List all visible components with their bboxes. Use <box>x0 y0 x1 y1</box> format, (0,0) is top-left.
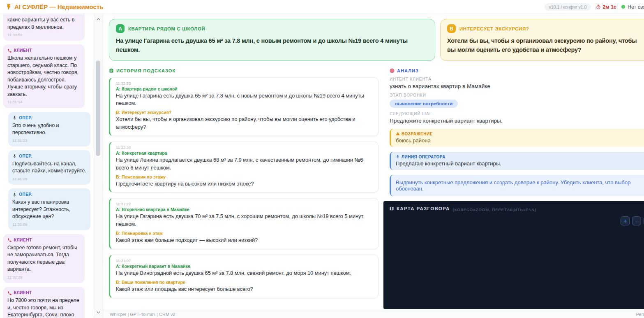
analysis-title: АНАЛИЗ <box>397 68 419 73</box>
operator-line-text: Предлагаю конкретный вариант квартиры. <box>396 160 644 167</box>
app-window: AI СУФЛЁР — Недвижимость v10.1 / конфиг … <box>0 0 644 318</box>
hint-b-title: В: Пожелания по этажу <box>116 174 372 179</box>
chat-message-client: КЛИЕНТ Скорее готово ремонт, чтобы не за… <box>3 234 85 283</box>
suggestion-b-badge: B <box>447 24 456 33</box>
clipboard-icon <box>109 68 114 73</box>
hint-b-text: Какой этаж или площадь вас интересует бо… <box>116 286 372 293</box>
app-brand: AI СУФЛЁР — Недвижимость <box>6 3 103 10</box>
suggestion-card-b[interactable]: B ИНТЕРЕСУЕТ ЭКСКУРСИЯ? Хотели бы вы, чт… <box>440 19 644 61</box>
footer-right-label: Реплик <box>636 312 644 317</box>
objection-box: ВОЗРАЖЕНИЕ боюсь района <box>390 129 644 147</box>
hint-a-text: На улице Гагарина есть двушка 65 м² за 7… <box>116 92 372 108</box>
tech-stack-label: Whisper | GPT-4o-mini | CRM v2 <box>110 312 175 317</box>
suggestion-a-text: На улице Гагарина есть двушка 65 м² за 7… <box>116 37 428 55</box>
operator-line-label: ЛИНИЯ ОПЕРАТОРА <box>396 155 644 159</box>
call-timer: 2м 1с <box>596 4 616 10</box>
version-badge: v10.1 / конфиг v1.0 <box>545 3 591 11</box>
next-step-label: СЛЕДУЮЩИЙ ШАГ <box>390 111 644 116</box>
scrollbar-thumb[interactable] <box>96 60 100 156</box>
message-text: Какая у вас планировка интересует? Этажн… <box>12 199 86 221</box>
map-controls: + − <box>383 216 644 225</box>
map-icon <box>389 206 394 211</box>
suggestion-b-text: Хотели бы вы, чтобы я организовал экскур… <box>447 37 644 55</box>
map-hint: (КОЛЕСО=ZOOM, ПЕРЕТАЩИТЬ=PAN) <box>453 207 537 212</box>
chat-message-operator: ОПЕР. Какая у вас планировка интересует?… <box>8 188 90 230</box>
hint-b-title: В: Интересует экскурсия? <box>116 110 372 115</box>
suggestion-a-badge: A <box>116 24 125 33</box>
chat-message-client: какие варианты у вас есть в пределах 8 м… <box>3 14 85 41</box>
message-time: 11:31:23 <box>12 138 86 143</box>
hint-b-text: Предпочитаете квартиру на высоком или ни… <box>116 180 372 188</box>
map-title: КАРТА РАЗГОВОРА <box>389 206 450 211</box>
mic-icon <box>12 116 17 120</box>
hint-time: 11:31:07 <box>116 258 372 263</box>
operator-line-box: ЛИНИЯ ОПЕРАТОРА Предлагаю конкретный вар… <box>390 152 644 170</box>
intent-label: ИНТЕНТ КЛИЕНТА <box>390 77 644 81</box>
call-timer-value: 2м 1с <box>602 4 616 10</box>
analysis-header: АНАЛИЗ <box>390 68 644 73</box>
suggestion-b-title: ИНТЕРЕСУЕТ ЭКСКУРСИЯ? <box>459 26 529 31</box>
chevron-up-icon[interactable] <box>94 14 103 24</box>
hint-b-text: Хотели бы вы, чтобы я организовал экскур… <box>116 116 372 131</box>
message-text: Это очень удобно и перспективно. <box>12 122 86 137</box>
chevron-down-icon[interactable] <box>94 307 103 317</box>
brain-icon <box>390 68 395 73</box>
connection-status-label: Нет связи <box>628 4 644 10</box>
chat-message-client: КЛИЕНТ Но 7800 это почти на пределе и, ч… <box>3 287 85 318</box>
message-time: 11:32:29 <box>7 274 81 280</box>
hint-time: 11:32:53 <box>116 81 372 86</box>
transcript-scrollbar[interactable] <box>94 14 103 318</box>
hint-b-text: Какой этаж вам больше подходит — высокий… <box>116 237 372 244</box>
hint-b-title: В: Планировка и этаж <box>116 231 372 236</box>
message-time: 11:32:09 <box>12 222 86 227</box>
chat-message-client: КЛИЕНТ Школа желательно пешком у старшег… <box>3 44 85 108</box>
hint-time: 11:32:39 <box>116 145 372 150</box>
phone-icon <box>7 291 12 295</box>
message-role-label: КЛИЕНТ <box>14 48 32 53</box>
status-dot <box>621 5 625 9</box>
message-role-label: ОПЕР. <box>19 115 32 121</box>
hint-a-text: На улице Ленина предлагается двушка 68 м… <box>116 156 372 172</box>
message-text: Но 7800 это почти на пределе и, честно г… <box>7 297 81 318</box>
mic-icon <box>12 193 17 197</box>
objection-text: боюсь района <box>396 137 644 144</box>
message-role-label: КЛИЕНТ <box>14 290 32 296</box>
hint-history-item[interactable]: 11:31:22 А: Вторичная квартира в Мамайке… <box>109 198 379 249</box>
hint-history-item[interactable]: 11:32:39 А: Конкретная квартира На улице… <box>109 142 379 193</box>
message-role-label: ОПЕР. <box>19 153 32 159</box>
transcript-sidebar: какие варианты у вас есть в пределах 8 м… <box>0 14 94 318</box>
bolt-icon <box>6 4 12 10</box>
map-header: КАРТА РАЗГОВОРА (КОЛЕСО=ZOOM, ПЕРЕТАЩИТЬ… <box>383 201 644 212</box>
hint-a-title: А: Вторичная квартира в Мамайке <box>116 207 372 212</box>
message-text: Подписывайтесь на канал, ставьте лайки, … <box>12 160 86 175</box>
map-zoom-out-button[interactable]: − <box>632 216 641 225</box>
message-time: 11:31:28 <box>12 176 86 181</box>
mic-icon <box>396 155 400 159</box>
app-title: AI СУФЛЁР — Недвижимость <box>14 3 103 10</box>
status-footer: Whisper | GPT-4o-mini | CRM v2 Реплик <box>103 310 644 318</box>
main-area: A КВАРТИРА РЯДОМ С ШКОЛОЙ На улице Гагар… <box>103 14 644 318</box>
hint-history-item[interactable]: 11:31:07 А: Конкретный вариант в Мамайке… <box>109 255 379 298</box>
chat-message-operator: ОПЕР. Это очень удобно и перспективно. 1… <box>8 112 90 146</box>
next-step-value: Предложите конкретный вариант квартиры. <box>390 118 644 124</box>
strategy-box: Выдвинуть конкретные предложения и созда… <box>390 175 644 196</box>
chat-message-operator: ОПЕР. Подписывайтесь на канал, ставьте л… <box>8 150 90 185</box>
top-bar: AI СУФЛЁР — Недвижимость v10.1 / конфиг … <box>0 0 644 14</box>
hint-a-text: На улице Гагарина есть двушка 70 м² за 7… <box>116 213 372 228</box>
right-column: АНАЛИЗ ИНТЕНТ КЛИЕНТА узнать о вариантах… <box>383 65 644 310</box>
hint-history-panel: ИСТОРИЯ ПОДСКАЗОК 11:32:53 А: Квартира р… <box>109 65 379 310</box>
hint-history-item[interactable]: 11:32:53 А: Квартира рядом с школой На у… <box>109 77 379 136</box>
suggestions-row: A КВАРТИРА РЯДОМ С ШКОЛОЙ На улице Гагар… <box>103 14 644 64</box>
conversation-map-canvas[interactable]: КАРТА РАЗГОВОРА (КОЛЕСО=ZOOM, ПЕРЕТАЩИТЬ… <box>383 201 644 309</box>
message-time: 11:30:59 <box>7 32 81 37</box>
hint-b-title: В: Ваши пожелания по квартире <box>116 280 372 285</box>
hint-a-title: А: Квартира рядом с школой <box>116 86 372 91</box>
hint-a-title: А: Конкретная квартира <box>116 151 372 156</box>
message-time: 11:31:14 <box>7 99 81 104</box>
map-zoom-in-button[interactable]: + <box>621 216 630 225</box>
hint-time: 11:31:22 <box>116 202 372 206</box>
analysis-panel: АНАЛИЗ ИНТЕНТ КЛИЕНТА узнать о вариантах… <box>383 65 644 196</box>
intent-value: узнать о вариантах квартир в Мамайке <box>390 83 644 89</box>
hint-a-text: На улице Виноградной есть двушка 65 м² з… <box>116 269 372 277</box>
suggestion-card-a[interactable]: A КВАРТИРА РЯДОМ С ШКОЛОЙ На улице Гагар… <box>109 19 435 61</box>
